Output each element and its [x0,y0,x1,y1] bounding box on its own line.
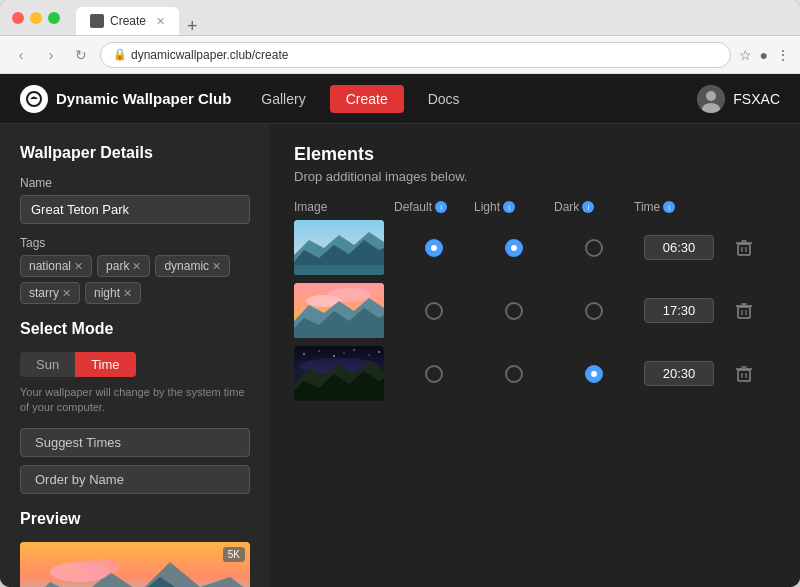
row1-dark-cell [554,239,634,257]
row3-time-input[interactable] [644,361,714,386]
svg-point-33 [368,354,369,355]
row1-delete-icon [735,239,753,257]
dark-info-icon[interactable]: i [582,201,594,213]
col-light-label: Light [474,200,500,214]
nav-create-button[interactable]: Create [330,85,404,113]
svg-point-8 [80,559,120,575]
row1-time-input[interactable] [644,235,714,260]
tag-starry-label: starry [29,286,59,300]
tag-night-remove[interactable]: ✕ [123,287,132,300]
reload-button[interactable]: ↻ [70,44,92,66]
row3-default-radio[interactable] [425,365,443,383]
svg-point-29 [303,353,305,355]
more-icon[interactable]: ⋮ [776,47,790,63]
logo-icon [20,85,48,113]
row2-default-radio[interactable] [425,302,443,320]
table-row [294,346,776,401]
row2-delete-button[interactable] [724,302,764,320]
row3-dark-radio[interactable] [585,365,603,383]
nav-user[interactable]: FSXAC [697,85,780,113]
browser-window: Create ✕ + ‹ › ↻ 🔒 dynamicwallpaper.club… [0,0,800,587]
preview-svg [20,542,250,587]
time-info-icon[interactable]: i [663,201,675,213]
star-icon[interactable]: ☆ [739,47,752,63]
nav-links: Gallery Create Docs [261,85,697,113]
row3-light-cell [474,365,554,383]
light-info-icon[interactable]: i [503,201,515,213]
row2-dark-radio[interactable] [585,302,603,320]
traffic-lights [12,12,60,24]
svg-point-2 [706,91,716,101]
nav-docs[interactable]: Docs [428,91,460,107]
mode-time-button[interactable]: Time [75,352,135,377]
row1-thumb-svg [294,220,384,275]
row3-light-radio[interactable] [505,365,523,383]
browser-tab-active[interactable]: Create ✕ [76,7,179,35]
row1-dark-radio[interactable] [585,239,603,257]
table-row [294,220,776,275]
forward-button[interactable]: › [40,44,62,66]
suggest-times-button[interactable]: Suggest Times [20,428,250,457]
col-light: Light i [474,200,554,214]
app-nav: Dynamic Wallpaper Club Gallery Create Do… [0,74,800,124]
svg-point-20 [327,288,371,302]
row3-delete-button[interactable] [724,365,764,383]
minimize-button[interactable] [30,12,42,24]
col-default: Default i [394,200,474,214]
tags-label: Tags [20,236,250,250]
sidebar: Wallpaper Details Name Tags national ✕ p… [0,124,270,587]
col-dark: Dark i [554,200,634,214]
name-input[interactable] [20,195,250,224]
close-button[interactable] [12,12,24,24]
name-label: Name [20,176,250,190]
row2-default-cell [394,302,474,320]
preview-badge: 5K [223,547,245,562]
nav-gallery[interactable]: Gallery [261,91,305,107]
row1-time-cell [634,235,724,260]
row3-dark-cell [554,365,634,383]
row1-default-radio[interactable] [425,239,443,257]
col-default-label: Default [394,200,432,214]
row1-thumbnail [294,220,384,275]
tag-park-remove[interactable]: ✕ [132,260,141,273]
drop-hint: Drop additional images below. [294,169,776,184]
svg-point-34 [378,351,380,353]
preview-title: Preview [20,510,250,528]
maximize-button[interactable] [48,12,60,24]
row1-light-radio[interactable] [505,239,523,257]
select-mode-title: Select Mode [20,320,250,338]
row3-delete-icon [735,365,753,383]
browser-titlebar: Create ✕ + [0,0,800,36]
tag-national-remove[interactable]: ✕ [74,260,83,273]
default-info-icon[interactable]: i [435,201,447,213]
tag-starry: starry ✕ [20,282,80,304]
mode-sun-button[interactable]: Sun [20,352,75,377]
app-logo: Dynamic Wallpaper Club [20,85,231,113]
row1-delete-button[interactable] [724,239,764,257]
tag-dynamic: dynamic ✕ [155,255,230,277]
svg-point-32 [353,349,354,350]
tag-dynamic-remove[interactable]: ✕ [212,260,221,273]
tag-starry-remove[interactable]: ✕ [62,287,71,300]
tab-favicon [90,14,104,28]
back-button[interactable]: ‹ [10,44,32,66]
row2-time-input[interactable] [644,298,714,323]
address-bar[interactable]: 🔒 dynamicwallpaper.club/create [100,42,731,68]
svg-rect-13 [738,244,750,255]
row2-time-cell [634,298,724,323]
app-content: Dynamic Wallpaper Club Gallery Create Do… [0,74,800,587]
row3-time-cell [634,361,724,386]
tag-national: national ✕ [20,255,92,277]
row2-thumb-svg [294,283,384,338]
table-row [294,283,776,338]
row3-default-cell [394,365,474,383]
order-by-name-button[interactable]: Order by Name [20,465,250,494]
tag-night-label: night [94,286,120,300]
svg-point-30 [318,350,319,351]
row2-light-radio[interactable] [505,302,523,320]
tab-close-icon[interactable]: ✕ [156,15,165,28]
main-layout: Wallpaper Details Name Tags national ✕ p… [0,124,800,587]
new-tab-button[interactable]: + [187,17,198,35]
profile-icon[interactable]: ● [760,47,768,63]
row2-dark-cell [554,302,634,320]
